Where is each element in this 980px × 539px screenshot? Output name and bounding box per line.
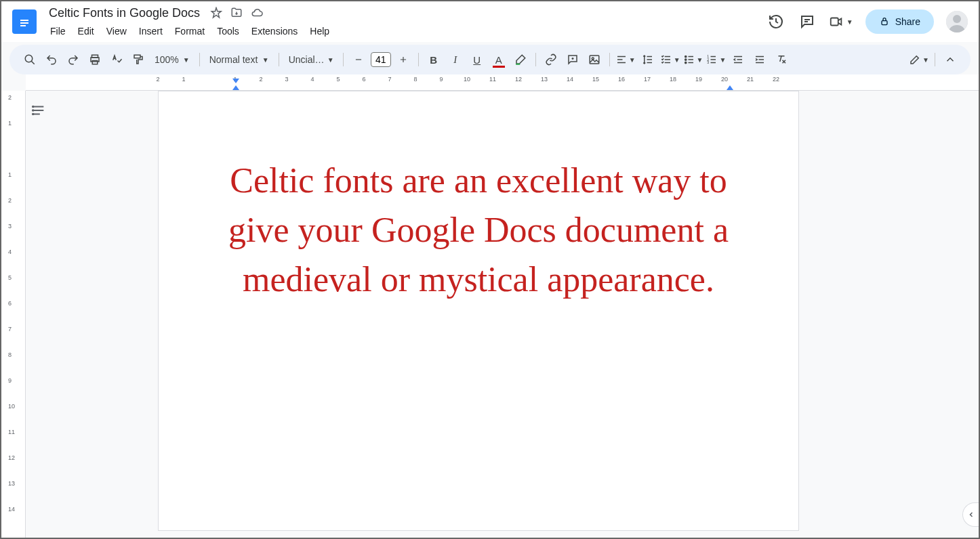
docs-logo-icon[interactable] — [12, 9, 37, 34]
menu-extensions[interactable]: Extensions — [246, 23, 303, 39]
underline-icon[interactable]: U — [468, 50, 487, 69]
share-label: Share — [895, 16, 920, 27]
insert-image-icon[interactable] — [585, 50, 604, 69]
svg-rect-11 — [134, 55, 140, 58]
menu-bar: File Edit View Insert Format Tools Exten… — [45, 23, 767, 39]
document-page[interactable]: Celtic fonts are an excellent way to giv… — [158, 91, 799, 531]
menu-view[interactable]: View — [101, 23, 132, 39]
collapse-toolbar-icon[interactable] — [941, 50, 960, 69]
italic-icon[interactable]: I — [446, 50, 465, 69]
style-dropdown[interactable]: Normal text▼ — [205, 51, 273, 68]
font-size-input[interactable] — [371, 52, 391, 67]
vertical-ruler[interactable]: 211234567891011121314 — [1, 91, 26, 539]
numbered-list-icon[interactable]: 123▼ — [706, 50, 726, 69]
header-right-icons: ▼ Share — [767, 9, 968, 34]
editing-mode-icon[interactable]: ▼ — [909, 50, 929, 69]
menu-insert[interactable]: Insert — [134, 23, 168, 39]
font-dropdown[interactable]: Uncial…▼ — [285, 51, 338, 68]
meet-icon[interactable]: ▼ — [829, 12, 853, 31]
separator — [609, 53, 610, 66]
svg-point-14 — [685, 56, 686, 57]
redo-icon[interactable] — [64, 50, 83, 69]
zoom-value: 100% — [155, 54, 179, 65]
titlebar: Celtic Fonts in Google Docs File Edit Vi… — [1, 1, 979, 42]
add-comment-icon[interactable] — [563, 50, 582, 69]
checklist-icon[interactable]: ▼ — [660, 50, 680, 69]
bold-icon[interactable]: B — [424, 50, 443, 69]
font-value: Uncial… — [289, 54, 325, 65]
svg-point-15 — [685, 59, 686, 60]
menu-tools[interactable]: Tools — [211, 23, 245, 39]
align-icon[interactable]: ▼ — [615, 50, 636, 69]
style-value: Normal text — [209, 54, 258, 65]
svg-rect-2 — [20, 25, 26, 26]
chevron-down-icon: ▼ — [719, 56, 726, 64]
document-title[interactable]: Celtic Fonts in Google Docs — [45, 5, 204, 22]
chevron-down-icon: ▼ — [674, 56, 680, 64]
spellcheck-icon[interactable] — [107, 50, 126, 69]
text-color-swatch — [493, 66, 505, 68]
document-body-text[interactable]: Celtic fonts are an excellent way to giv… — [213, 156, 744, 304]
svg-rect-1 — [20, 22, 28, 24]
separator — [343, 53, 344, 66]
highlight-icon[interactable] — [511, 50, 530, 69]
undo-icon[interactable] — [42, 50, 61, 69]
text-color-icon[interactable]: A — [489, 50, 508, 69]
chevron-down-icon: ▼ — [697, 56, 703, 64]
title-area: Celtic Fonts in Google Docs File Edit Vi… — [45, 5, 767, 39]
svg-rect-4 — [882, 21, 887, 25]
title-row: Celtic Fonts in Google Docs — [45, 5, 767, 22]
chevron-down-icon: ▼ — [327, 56, 334, 64]
increase-indent-icon[interactable] — [750, 50, 769, 69]
svg-point-7 — [25, 55, 33, 62]
svg-point-16 — [685, 62, 686, 63]
separator — [535, 53, 536, 66]
move-icon[interactable] — [230, 6, 243, 20]
toolbar: 100%▼ Normal text▼ Uncial…▼ B I U A ▼ ▼ … — [9, 45, 971, 74]
chevron-down-icon: ▼ — [629, 56, 636, 64]
svg-point-6 — [953, 15, 961, 23]
svg-rect-0 — [20, 20, 28, 21]
content-area: 211234567891011121314 Celtic fonts are a… — [1, 91, 979, 539]
star-icon[interactable] — [209, 6, 223, 20]
paint-format-icon[interactable] — [129, 50, 148, 69]
comments-icon[interactable] — [798, 12, 817, 31]
chevron-down-icon: ▼ — [183, 56, 190, 64]
increase-font-size-button[interactable] — [394, 50, 413, 69]
svg-rect-3 — [830, 18, 838, 26]
share-button[interactable]: Share — [865, 9, 934, 34]
search-icon[interactable] — [20, 50, 39, 69]
zoom-dropdown[interactable]: 100%▼ — [150, 51, 194, 68]
chevron-down-icon: ▼ — [846, 18, 853, 26]
print-icon[interactable] — [85, 50, 104, 69]
page-area: Celtic fonts are an excellent way to giv… — [26, 91, 979, 539]
separator — [935, 53, 935, 66]
history-icon[interactable] — [767, 12, 785, 31]
link-icon[interactable] — [542, 50, 560, 69]
clear-formatting-icon[interactable] — [772, 50, 791, 69]
svg-text:3: 3 — [708, 60, 710, 64]
horizontal-ruler[interactable]: 2112345678910111213141516171819202122 — [26, 74, 979, 91]
menu-help[interactable]: Help — [304, 23, 335, 39]
menu-edit[interactable]: Edit — [73, 23, 100, 39]
separator — [418, 53, 419, 66]
decrease-font-size-button[interactable] — [349, 50, 368, 69]
separator — [199, 53, 200, 66]
chevron-down-icon: ▼ — [262, 56, 269, 64]
menu-file[interactable]: File — [45, 23, 71, 39]
cloud-status-icon[interactable] — [250, 6, 264, 20]
menu-format[interactable]: Format — [169, 23, 210, 39]
avatar[interactable] — [946, 11, 968, 33]
bulleted-list-icon[interactable]: ▼ — [683, 50, 703, 69]
chevron-down-icon: ▼ — [922, 56, 929, 64]
separator — [279, 53, 279, 66]
svg-rect-12 — [590, 56, 599, 64]
line-spacing-icon[interactable] — [638, 50, 657, 69]
decrease-indent-icon[interactable] — [729, 50, 748, 69]
